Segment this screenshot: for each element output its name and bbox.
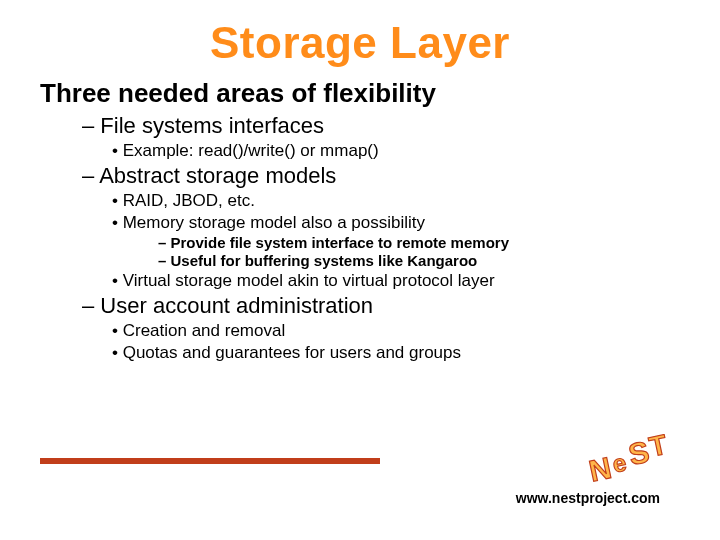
list-item: Example: read()/write() or mmap() [112,141,680,161]
slide: Storage Layer Three needed areas of flex… [0,0,720,540]
slide-heading: Three needed areas of flexibility [40,78,680,109]
list-item: Memory storage model also a possibility … [112,213,680,269]
list-item-label: Virtual storage model akin to virtual pr… [123,271,495,290]
sub-list: Example: read()/write() or mmap() [82,141,680,161]
list-item-label: User account administration [100,293,373,318]
list-item: Creation and removal [112,321,680,341]
list-item-label: RAID, JBOD, etc. [123,191,255,210]
svg-text:S: S [626,435,652,471]
list-item: RAID, JBOD, etc. [112,191,680,211]
list-item: File systems interfaces Example: read()/… [82,113,680,161]
footer-url: www.nestproject.com [516,490,660,506]
list-item: Provide file system interface to remote … [158,234,680,251]
list-item-label: Example: read()/write() or mmap() [123,141,379,160]
divider-rule [40,458,380,464]
list-item-label: Creation and removal [123,321,286,340]
list-item: Abstract storage models RAID, JBOD, etc.… [82,163,680,291]
nest-logo: N e S T [586,434,686,484]
svg-text:e: e [610,448,629,477]
slide-title: Storage Layer [40,18,680,68]
list-item: User account administration Creation and… [82,293,680,363]
list-item-label: Memory storage model also a possibility [123,213,425,232]
list-item-label: File systems interfaces [100,113,324,138]
sub-list: RAID, JBOD, etc. Memory storage model al… [82,191,680,291]
bullet-list: File systems interfaces Example: read()/… [40,113,680,363]
list-item: Quotas and guarantees for users and grou… [112,343,680,363]
list-item: Useful for buffering systems like Kangar… [158,252,680,269]
list-item: Virtual storage model akin to virtual pr… [112,271,680,291]
sub-sub-list: Provide file system interface to remote … [112,234,680,269]
sub-list: Creation and removal Quotas and guarante… [82,321,680,363]
list-item-label: Useful for buffering systems like Kangar… [171,252,478,269]
list-item-label: Abstract storage models [99,163,336,188]
list-item-label: Quotas and guarantees for users and grou… [123,343,461,362]
svg-text:T: T [647,434,670,463]
list-item-label: Provide file system interface to remote … [171,234,509,251]
svg-text:N: N [586,451,614,484]
